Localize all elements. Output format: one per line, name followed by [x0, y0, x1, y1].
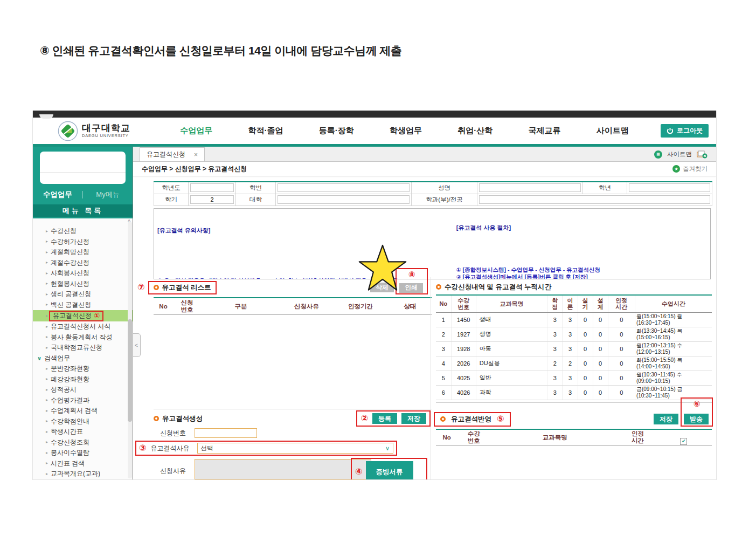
sidebar-menu-item[interactable]: ▸수강학점안내 — [33, 416, 133, 427]
arrow-icon: ▸ — [46, 451, 48, 455]
chevron-down-icon: ∨ — [385, 445, 390, 452]
close-tab-icon[interactable]: × — [194, 151, 198, 159]
apply-save-button[interactable]: 저장 — [654, 414, 678, 424]
arrow-icon: ▸ — [46, 292, 48, 297]
nav-item[interactable]: 사이트맵 — [597, 126, 629, 136]
menu-item-label: 수강신청 — [51, 227, 77, 236]
application-no-input[interactable] — [195, 428, 257, 438]
evidence-button[interactable]: 증빙서류 — [366, 461, 413, 480]
logout-button[interactable]: 로그아웃 — [661, 124, 709, 138]
close-all-tabs-icon[interactable] — [697, 150, 708, 159]
delete-button[interactable]: 삭제 — [370, 283, 394, 292]
sidebar-menu-item[interactable]: ▸생리 공결신청 — [33, 289, 133, 300]
sidebar-menu-item[interactable]: ▸성적공시 — [33, 385, 133, 395]
nav-item[interactable]: 수업업무 — [180, 126, 212, 136]
notice-box: [유고결석 유의사항] ① 유고결석 적용은 대면수업 및 실시간 Zoom 수… — [154, 208, 711, 279]
cell-recognized: 0 — [608, 312, 635, 327]
column-header: No — [436, 429, 457, 445]
sidebar-item-absence-apply[interactable]: ▸ 유고결석신청 ① — [33, 310, 133, 321]
menu-item-label: 헌혈봉사신청 — [51, 279, 89, 289]
nav-item[interactable]: 학생업무 — [390, 126, 422, 136]
sidebar-tab-mymenu[interactable]: My메뉴 — [83, 190, 133, 200]
scrollbar-thumb[interactable] — [128, 319, 132, 422]
sidebar-scrollbar[interactable] — [128, 222, 132, 478]
sidebar-tab-lecture[interactable]: 수업업무 — [33, 190, 82, 200]
reason-textarea[interactable] — [195, 459, 371, 479]
sidebar-menu-item[interactable]: ▸백신 공결신청 — [33, 300, 133, 311]
sidebar-menu-item[interactable]: ▸봉사이수열람 — [33, 448, 133, 458]
arrow-icon: ▸ — [46, 303, 48, 307]
send-button[interactable]: 발송 — [684, 414, 709, 424]
university-logo[interactable]: 대구대학교 DAEGU UNIVERSITY — [33, 121, 148, 141]
sidebar-menu-item[interactable]: ▸폐강강좌현황 — [33, 374, 133, 385]
bullet-icon — [436, 284, 441, 290]
nav-item[interactable]: 취업·산학 — [457, 126, 493, 136]
sidebar-menu-item[interactable]: ▸수강신청 — [33, 226, 133, 237]
sidebar-menu: ^ ▸수강신청▸수강허가신청▸계절희망신청▸계절수강신청▸사회봉사신청▸헌혈봉사… — [33, 218, 133, 480]
nav-item[interactable]: 학적·졸업 — [248, 126, 283, 136]
cell-class-time: 화(15:00~15:50) 목(14:00~14:50) — [635, 356, 712, 371]
sidebar-collapse-handle[interactable]: < — [133, 333, 141, 357]
reason-type-select[interactable]: 선택 ∨ — [197, 443, 393, 454]
sidebar-menu-item[interactable]: ▸수강신청조회 — [33, 437, 133, 448]
college-input[interactable] — [278, 195, 410, 204]
nav-item[interactable]: 등록·장학 — [319, 126, 354, 136]
sitemap-label[interactable]: 사이트맵 — [667, 150, 692, 159]
cell-no: 4 — [436, 356, 451, 371]
favorite-label[interactable]: 즐겨찾기 — [683, 165, 708, 173]
cell-code: 4025 — [451, 371, 476, 385]
sitemap-icon[interactable]: ▦ — [654, 150, 662, 159]
grade-input[interactable] — [629, 183, 710, 192]
menu-item-label: 수강학점안내 — [51, 417, 89, 426]
annotation-circle-2: ② — [360, 414, 368, 423]
cell-class-time: 화(13:30~14:45) 목(15:00~16:15) — [635, 327, 712, 341]
logo-text: 대구대학교 DAEGU UNIVERSITY — [82, 124, 130, 138]
tab-absence-apply[interactable]: 유고결석신청 × — [140, 147, 205, 161]
student-no-input[interactable] — [278, 183, 410, 192]
register-button[interactable]: 등록 — [372, 413, 397, 424]
sidebar-menu-item[interactable]: ▸봉사 활동계획서 작성 — [33, 332, 133, 343]
nav-item[interactable]: 국제교류 — [529, 126, 561, 136]
dept-input[interactable] — [479, 195, 710, 204]
sidebar-menu-item[interactable]: ▸수업평가결과 — [33, 395, 133, 406]
column-header: No — [436, 295, 451, 312]
cell-credit: 3 — [547, 371, 563, 385]
sidebar-menu-item[interactable]: ▸국내학점교류신청 — [33, 342, 133, 353]
notice-procedure: [유고결석 사용 절차] ① [종합정보시스템] - 수업업무 - 신청업무 -… — [454, 210, 707, 277]
arrow-icon: ▸ — [46, 419, 48, 423]
sidebar-menu-item[interactable]: ▸수강허가신청 — [33, 237, 133, 248]
sidebar-menu-item[interactable]: ▸계절희망신청 — [33, 247, 133, 258]
term-input[interactable] — [190, 195, 234, 204]
column-header: 수강 번호 — [451, 295, 476, 312]
sidebar-menu-item[interactable]: ▸분반강좌현황 — [33, 363, 133, 374]
sidebar-menu-item[interactable]: ▸교과목개요(교과) — [33, 469, 133, 479]
annotation-box-3: ③ 유고결석사유 선택 ∨ — [135, 441, 397, 456]
select-all-checkbox[interactable]: ✔ — [680, 438, 687, 445]
sidebar-menu-item[interactable]: ▸학생시간표 — [33, 427, 133, 437]
print-button[interactable]: 인쇄 — [399, 283, 423, 293]
sidebar-menu-item[interactable]: ▸수업계획서 검색 — [33, 406, 133, 416]
name-input[interactable] — [479, 183, 581, 192]
sidebar-menu-item[interactable]: ▸사회봉사신청 — [33, 268, 133, 279]
sidebar-menu-item[interactable]: ▸계절수강신청 — [33, 258, 133, 269]
sidebar-menu-item[interactable]: ▸헌혈봉사신청 — [33, 279, 133, 290]
cell-theory: 3 — [563, 385, 578, 400]
year-input[interactable] — [190, 183, 234, 192]
sidebar-menu-item[interactable]: ▸시간표 검색 — [33, 458, 133, 469]
favorite-icon[interactable]: ★ — [672, 165, 680, 173]
create-title: 유고결석생성 — [162, 414, 203, 423]
sidebar-group-search[interactable]: ∨ 검색업무 — [33, 353, 133, 364]
cell-practice: 0 — [578, 371, 593, 385]
table-row: 4 2026 DU실용 2 2 0 0 0 화(15:00~15:50) 목(1… — [436, 356, 712, 371]
menu-item-label: 국내학점교류신청 — [51, 343, 102, 352]
cell-code: 1450 — [451, 312, 476, 327]
cell-recognized: 0 — [608, 327, 635, 341]
cell-theory: 3 — [563, 341, 578, 356]
sidebar-menu-item[interactable]: ▸유고결석신청서 서식 — [33, 321, 133, 332]
table-row: 2 1927 생명 3 3 0 0 0 화(13:30~14:45) 목(15:… — [436, 327, 712, 341]
reason-row: 신청사유 ④ 증빙서류 — [154, 459, 432, 480]
create-save-button[interactable]: 저장 — [401, 413, 426, 424]
sidebar-menu-item[interactable]: ▸학업성적조회 — [33, 479, 133, 481]
arrow-icon: ▸ — [46, 239, 48, 244]
empty-list-area — [154, 315, 432, 415]
